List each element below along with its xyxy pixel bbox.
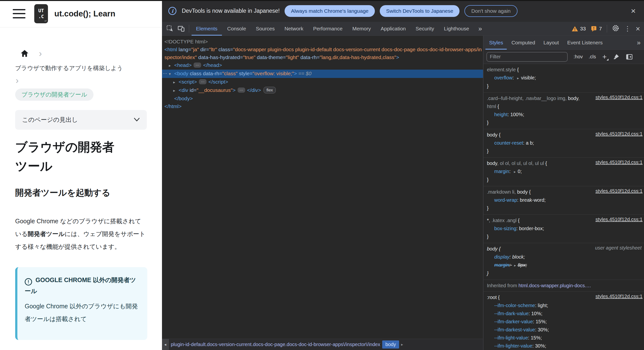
page-toc-toggle[interactable]: このページの見出し — [15, 110, 147, 130]
disclosure-closed-icon[interactable]: ▸ — [173, 78, 178, 86]
property-value[interactable]: 8px; — [518, 262, 527, 268]
property-value[interactable]: a b; — [526, 140, 534, 146]
new-style-rule-icon[interactable]: + — [602, 53, 607, 61]
property-value[interactable]: 10%; — [531, 311, 542, 316]
devtools-tab-network[interactable]: Network — [280, 22, 308, 36]
css-property[interactable]: counter-reset: a b; — [484, 139, 644, 147]
expand-shorthand-icon[interactable]: ▸ — [517, 76, 519, 80]
devtools-tab-sources[interactable]: Sources — [251, 22, 280, 36]
styles-filter-input[interactable] — [486, 52, 568, 62]
property-value[interactable]: 100%; — [510, 112, 524, 117]
site-logo[interactable]: UT .C ↵ — [34, 4, 48, 23]
property-name[interactable]: box-sizing — [494, 226, 516, 231]
more-tabs-icon[interactable]: » — [474, 22, 486, 36]
warnings-counter[interactable]: 33 — [572, 26, 586, 32]
property-name[interactable]: word-wrap — [494, 197, 517, 203]
css-property[interactable]: --ifm-color-scheme: light; — [484, 301, 644, 309]
property-name[interactable]: overflow — [494, 75, 512, 80]
property-name[interactable]: counter-reset — [494, 140, 523, 146]
css-property[interactable]: --ifm-darker-value: 15%; — [484, 318, 644, 326]
sidebar-tab-computed[interactable]: Computed — [507, 36, 539, 50]
issues-counter[interactable]: 7 — [591, 26, 602, 32]
more-sidebar-tabs-icon[interactable]: » — [634, 36, 644, 50]
stylesheet-link[interactable]: styles.4510f12d.css:1 — [596, 294, 642, 299]
collapsed-content-icon[interactable]: ⋯ — [238, 88, 245, 93]
property-name[interactable]: display — [494, 254, 510, 260]
property-value[interactable]: 30%; — [538, 327, 549, 332]
dom-node-line[interactable]: <html lang="ja" dir="ltr" class="docs-wr… — [162, 46, 483, 61]
sidebar-tab-styles[interactable]: Styles — [485, 36, 507, 50]
devtools-close-icon[interactable]: × — [636, 25, 640, 33]
property-name[interactable]: --ifm-dark-value — [494, 311, 528, 316]
css-property[interactable]: height: 100%; — [484, 111, 644, 119]
property-value[interactable]: border-box; — [519, 226, 544, 231]
css-property[interactable]: overflow: ▸visible; — [484, 74, 644, 82]
dom-node-line[interactable]: ▸<script>⋯</script> — [162, 78, 483, 86]
property-value[interactable]: light; — [538, 303, 548, 308]
stylesheet-link[interactable]: styles.4510f12d.css:1 — [596, 95, 642, 100]
property-value[interactable]: block; — [512, 254, 525, 260]
element-class-toggle[interactable]: .cls — [589, 54, 596, 60]
hide-panel-icon[interactable] — [626, 53, 633, 60]
devtools-tab-memory[interactable]: Memory — [348, 22, 376, 36]
disclosure-closed-icon[interactable]: ▸ — [169, 62, 174, 70]
property-name[interactable]: --ifm-color-scheme — [494, 303, 535, 308]
devtools-tab-performance[interactable]: Performance — [308, 22, 348, 36]
inherited-element-link[interactable]: html.docs-wrapper.plugin-docs.… — [518, 283, 591, 288]
dom-node-line[interactable]: <!DOCTYPE html> — [162, 38, 483, 46]
css-property[interactable]: margin: ▸8px; — [484, 261, 644, 269]
property-value[interactable]: break-word; — [520, 197, 546, 203]
kebab-menu-icon[interactable]: ⋮ — [624, 26, 631, 32]
dom-node-line[interactable]: ▸<div id="__docusaurus">⋯</div>flex — [162, 86, 483, 95]
property-name[interactable]: margin — [494, 262, 509, 268]
collapsed-content-icon[interactable]: ⋯ — [194, 63, 201, 68]
css-property[interactable]: --ifm-dark-value: 10%; — [484, 309, 644, 318]
dom-node-line[interactable]: ▸<head>⋯</head> — [162, 61, 483, 70]
css-property[interactable]: --ifm-darkest-value: 30%; — [484, 326, 644, 334]
property-name[interactable]: height — [494, 112, 508, 117]
property-name[interactable]: --ifm-light-value — [494, 335, 528, 340]
hamburger-menu-icon[interactable] — [13, 9, 26, 18]
breadcrumb-path[interactable]: plugin-id-default.docs-version-current.d… — [171, 342, 380, 347]
crumbs-scroll-right-icon[interactable]: ▸ — [401, 342, 403, 347]
pseudo-state-toggle[interactable]: :hov — [574, 54, 583, 60]
breadcrumb-current-node[interactable]: body — [382, 340, 399, 348]
crumbs-scroll-left-icon[interactable]: ◂ — [162, 339, 169, 350]
rule-selector[interactable]: element.style { — [484, 66, 644, 74]
stylesheet-link[interactable]: styles.4510f12d.css:1 — [596, 188, 642, 194]
breadcrumb-parent[interactable]: ブラウザで動作するアプリを構築しよう — [15, 64, 147, 72]
site-title[interactable]: ut.code(); Learn — [54, 9, 115, 18]
expand-shorthand-icon[interactable]: ▸ — [514, 263, 516, 267]
collapsed-content-icon[interactable]: ⋯ — [199, 79, 206, 84]
stylesheet-link[interactable]: styles.4510f12d.css:1 — [596, 159, 642, 165]
stylesheet-link[interactable]: styles.4510f12d.css:1 — [596, 217, 642, 222]
property-name[interactable]: --ifm-lighter-value — [494, 343, 532, 348]
property-value[interactable]: 15%; — [536, 319, 547, 324]
rendering-brush-icon[interactable] — [613, 53, 620, 60]
inspect-element-icon[interactable] — [164, 22, 176, 36]
css-property[interactable]: margin: ▸0; — [484, 167, 644, 176]
settings-gear-icon[interactable] — [612, 25, 619, 33]
device-toolbar-icon[interactable] — [176, 22, 187, 36]
property-name[interactable]: --ifm-darkest-value — [494, 327, 535, 332]
infobar-close-icon[interactable]: × — [629, 6, 638, 16]
sidebar-tab-layout[interactable]: Layout — [539, 36, 563, 50]
devtools-tab-elements[interactable]: Elements — [191, 22, 222, 36]
disclosure-open-icon[interactable]: ▾ — [169, 70, 174, 78]
css-property[interactable]: display: block; — [484, 253, 644, 261]
match-chrome-language-button[interactable]: Always match Chrome's language — [284, 5, 375, 17]
devtools-tab-console[interactable]: Console — [222, 22, 251, 36]
css-property[interactable]: word-wrap: break-word; — [484, 196, 644, 204]
switch-to-japanese-button[interactable]: Switch DevTools to Japanese — [380, 5, 460, 17]
devtools-tab-security[interactable]: Security — [410, 22, 439, 36]
expand-shorthand-icon[interactable]: ▸ — [514, 169, 516, 174]
property-name[interactable]: --ifm-darker-value — [494, 319, 533, 324]
property-value[interactable]: 15%; — [531, 335, 542, 340]
home-icon[interactable] — [20, 49, 29, 58]
css-property[interactable]: --ifm-lighter-value: 30%; — [484, 342, 644, 350]
disclosure-closed-icon[interactable]: ▸ — [173, 87, 178, 95]
devtools-tab-application[interactable]: Application — [376, 22, 411, 36]
dom-node-line[interactable]: </body> — [162, 95, 483, 102]
css-property[interactable]: box-sizing: border-box; — [484, 225, 644, 233]
property-value[interactable]: 0; — [518, 169, 522, 174]
